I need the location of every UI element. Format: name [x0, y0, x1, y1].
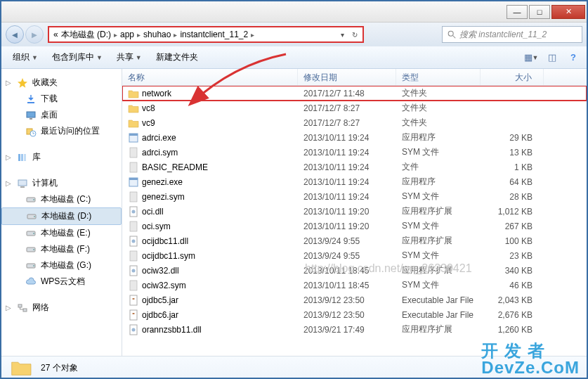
- svg-rect-11: [20, 186, 25, 188]
- svg-point-19: [33, 249, 34, 250]
- jar-icon: [128, 295, 139, 306]
- col-type[interactable]: 类型: [396, 69, 481, 85]
- tree-item[interactable]: 本地磁盘 (F:): [1, 241, 122, 257]
- cell-type: SYM 文件: [396, 219, 481, 233]
- share-button[interactable]: 共享▼: [111, 49, 148, 65]
- file-list: http://blog.csdn.net/qq_26230421 名称 修改日期…: [122, 69, 587, 356]
- table-row[interactable]: ocijdbc11.dll2013/9/24 9:55应用程序扩展100 KB: [122, 233, 587, 248]
- file-icon: [128, 162, 139, 173]
- cell-name: ociw32.sym: [122, 278, 298, 293]
- recent-icon: [25, 126, 37, 137]
- table-row[interactable]: vc82017/12/7 8:27文件夹: [122, 101, 587, 115]
- table-row[interactable]: adrci.sym2013/10/11 19:24SYM 文件13 KB: [122, 145, 587, 160]
- tree-item[interactable]: 下载: [1, 91, 122, 107]
- tree-head[interactable]: ▷库: [1, 149, 122, 165]
- view-button[interactable]: ▦ ▼: [523, 50, 539, 65]
- maximize-button[interactable]: □: [529, 5, 550, 19]
- cell-size: 29 KB: [481, 131, 544, 144]
- table-row[interactable]: adrci.exe2013/10/11 19:24应用程序29 KB: [122, 130, 587, 145]
- col-size[interactable]: 大小: [481, 69, 544, 85]
- cell-date: 2013/10/11 19:24: [298, 191, 396, 203]
- table-row[interactable]: genezi.exe2013/10/11 19:24应用程序64 KB: [122, 174, 587, 189]
- cell-type: Executable Jar File: [396, 309, 481, 321]
- tree-item[interactable]: 最近访问的位置: [1, 123, 122, 139]
- tree-head[interactable]: ▷收藏夹: [1, 75, 122, 91]
- svg-rect-4: [30, 118, 32, 120]
- cell-size: [481, 92, 544, 95]
- cell-size: 100 KB: [481, 235, 544, 248]
- table-row[interactable]: ociw32.sym2013/10/11 18:45SYM 文件46 KB: [122, 278, 587, 293]
- refresh-icon[interactable]: ↻: [350, 29, 360, 40]
- breadcrumb-part[interactable]: instantclient_11_2: [180, 30, 248, 39]
- tree-item-label: 桌面: [41, 109, 58, 121]
- file-icon: [128, 221, 139, 232]
- tree-item[interactable]: 桌面: [1, 107, 122, 123]
- tree-item[interactable]: 本地磁盘 (G:): [1, 257, 122, 274]
- cell-type: 文件夹: [396, 115, 481, 130]
- cell-name: ojdbc5.jar: [122, 293, 298, 307]
- cell-type: SYM 文件: [396, 145, 481, 160]
- table-row[interactable]: ocijdbc11.sym2013/9/24 9:55SYM 文件23 KB: [122, 248, 587, 263]
- minimize-button[interactable]: —: [507, 5, 528, 19]
- chevron-right-icon: ▸: [174, 31, 177, 39]
- nav-back-button[interactable]: ◄: [6, 25, 24, 44]
- svg-point-15: [34, 216, 35, 217]
- breadcrumb-part[interactable]: 本地磁盘 (D:): [61, 29, 111, 41]
- table-row[interactable]: vc92017/12/7 8:27文件夹: [122, 115, 587, 130]
- cell-date: 2013/10/11 19:24: [298, 161, 396, 174]
- table-row[interactable]: oci.dll2013/10/11 19:20应用程序扩展1,012 KB: [122, 204, 587, 219]
- breadcrumb-part[interactable]: app: [120, 30, 134, 39]
- nav-forward-button[interactable]: ►: [25, 25, 44, 44]
- tree-head-label: 计算机: [32, 177, 58, 189]
- file-icon: [128, 147, 139, 158]
- newfolder-button[interactable]: 新建文件夹: [150, 49, 204, 65]
- download-icon: [25, 94, 37, 105]
- drive-icon: [26, 211, 37, 222]
- tree-item[interactable]: 本地磁盘 (D:): [1, 207, 122, 225]
- organize-button[interactable]: 组织▼: [7, 49, 44, 65]
- tree-head[interactable]: ▷计算机: [1, 175, 122, 191]
- cell-date: 2013/9/12 23:50: [298, 294, 396, 307]
- col-name[interactable]: 名称: [122, 69, 298, 85]
- titlebar: — □ ✕: [1, 1, 587, 23]
- cell-size: 2,043 KB: [481, 294, 544, 307]
- col-date[interactable]: 修改日期: [298, 69, 396, 85]
- breadcrumb-part[interactable]: shuhao: [143, 30, 171, 39]
- breadcrumb[interactable]: « 本地磁盘 (D:) ▸ app ▸ shuhao ▸ instantclie…: [48, 26, 364, 43]
- main-area: ▷收藏夹下载桌面最近访问的位置▷库▷计算机本地磁盘 (C:)本地磁盘 (D:)本…: [1, 69, 587, 356]
- cell-date: 2013/9/12 23:50: [298, 309, 396, 321]
- svg-point-13: [33, 199, 34, 200]
- table-row[interactable]: BASIC_README2013/10/11 19:24文件1 KB: [122, 160, 587, 174]
- search-input[interactable]: 搜索 instantclient_11_2: [442, 26, 582, 43]
- cell-name: adrci.exe: [122, 131, 298, 145]
- cell-size: 23 KB: [481, 250, 544, 262]
- file-name-label: orannzsbb11.dll: [142, 325, 202, 335]
- include-button[interactable]: 包含到库中▼: [46, 49, 108, 65]
- close-button[interactable]: ✕: [551, 5, 585, 19]
- computer-icon: [17, 178, 28, 189]
- file-name-label: vc9: [142, 118, 155, 128]
- svg-rect-26: [130, 148, 137, 158]
- table-row[interactable]: network2017/12/7 11:48文件夹: [122, 86, 587, 101]
- cell-date: 2017/12/7 8:27: [298, 117, 396, 129]
- table-row[interactable]: genezi.sym2013/10/11 19:24SYM 文件28 KB: [122, 189, 587, 204]
- table-row[interactable]: ociw32.dll2013/10/11 18:45应用程序扩展340 KB: [122, 263, 587, 278]
- cell-type: 文件夹: [396, 101, 481, 115]
- cell-name: BASIC_README: [122, 160, 298, 174]
- breadcrumb-dropdown-icon[interactable]: ▾: [337, 29, 347, 40]
- cell-date: 2013/10/11 19:24: [298, 131, 396, 144]
- tree-item[interactable]: 本地磁盘 (C:): [1, 191, 122, 207]
- table-row[interactable]: ojdbc5.jar2013/9/12 23:50Executable Jar …: [122, 293, 587, 307]
- help-button[interactable]: ?: [566, 50, 581, 65]
- cell-name: ociw32.dll: [122, 264, 298, 278]
- table-row[interactable]: oci.sym2013/10/11 19:20SYM 文件267 KB: [122, 219, 587, 233]
- svg-point-43: [132, 328, 136, 331]
- table-row[interactable]: orannzsbb11.dll2013/9/21 17:49应用程序扩展1,26…: [122, 322, 587, 337]
- exe-icon: [128, 176, 139, 188]
- preview-pane-button[interactable]: ◫: [544, 50, 560, 65]
- table-row[interactable]: ojdbc6.jar2013/9/12 23:50Executable Jar …: [122, 307, 587, 322]
- tree-head[interactable]: ▷网络: [1, 300, 122, 316]
- tree-item[interactable]: WPS云文档: [1, 274, 122, 290]
- cell-size: 46 KB: [481, 279, 544, 292]
- tree-item[interactable]: 本地磁盘 (E:): [1, 225, 122, 241]
